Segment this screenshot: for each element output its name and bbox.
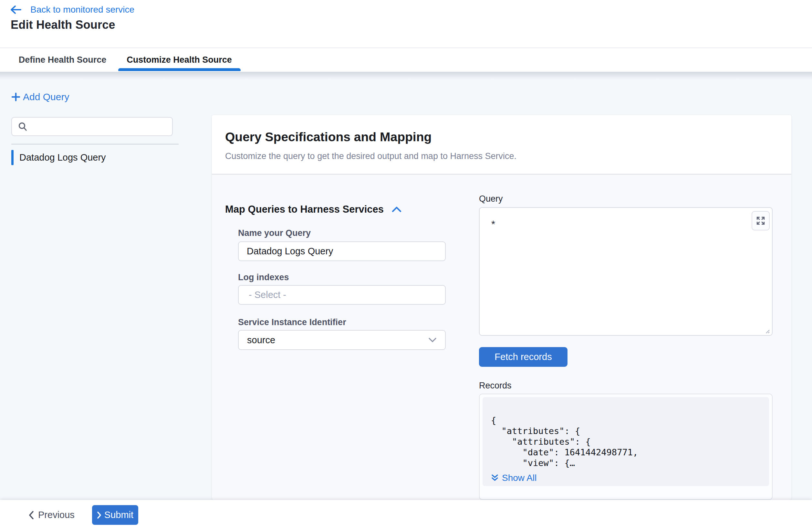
query-textarea[interactable]: *	[479, 207, 773, 336]
expand-icon	[756, 216, 766, 226]
json-line: "attributes": {	[491, 426, 763, 436]
log-indexes-select[interactable]	[238, 285, 446, 305]
query-mapping-card: Query Specifications and Mapping Customi…	[212, 115, 791, 500]
name-your-query-label: Name your Query	[238, 228, 311, 238]
previous-button[interactable]: Previous	[28, 500, 75, 530]
records-label: Records	[479, 381, 512, 391]
records-json-code: { "attributes": { "attributes": { "date"…	[482, 397, 769, 468]
fetch-records-label: Fetch records	[494, 352, 552, 362]
log-indexes-label: Log indexes	[238, 272, 289, 283]
card-header: Query Specifications and Mapping Customi…	[212, 115, 791, 174]
page-footer: Previous Submit	[0, 500, 812, 530]
section-heading-label: Map Queries to Harness Services	[225, 204, 384, 215]
add-query-label: Add Query	[23, 91, 69, 102]
previous-label: Previous	[38, 510, 75, 520]
card-title: Query Specifications and Mapping	[225, 130, 432, 144]
search-input[interactable]	[32, 121, 168, 132]
query-list-item[interactable]: Datadog Logs Query	[11, 150, 106, 165]
textarea-resize-handle[interactable]	[764, 327, 770, 334]
map-queries-section-toggle[interactable]: Map Queries to Harness Services	[225, 204, 402, 215]
query-name-input[interactable]	[238, 241, 446, 261]
json-line: "date": 1641442498771,	[491, 447, 763, 458]
page-title: Edit Health Source	[11, 18, 115, 32]
submit-label: Submit	[104, 510, 133, 520]
chevron-left-icon	[28, 511, 34, 520]
submit-button[interactable]: Submit	[92, 505, 138, 525]
json-line: "view": {…	[491, 458, 763, 468]
search-icon	[17, 121, 28, 132]
add-query-button[interactable]: Add Query	[11, 91, 69, 102]
edit-health-source-page: Back to monitored service Edit Health So…	[0, 0, 812, 530]
page-header: Back to monitored service Edit Health So…	[0, 0, 812, 72]
service-instance-select[interactable]: source	[238, 330, 446, 350]
sidebar-divider	[11, 144, 179, 144]
card-subtitle: Customize the query to get the desired o…	[225, 151, 517, 161]
query-item-label: Datadog Logs Query	[19, 152, 106, 163]
fetch-records-button[interactable]: Fetch records	[479, 347, 567, 367]
back-link[interactable]: Back to monitored service	[10, 4, 134, 15]
back-link-label: Back to monitored service	[30, 4, 134, 15]
selected-indicator-bar	[11, 150, 14, 165]
plus-icon	[11, 92, 21, 102]
arrow-left-icon	[10, 5, 22, 15]
service-instance-identifier-label: Service Instance Identifier	[238, 317, 346, 327]
active-tab-underline	[118, 68, 241, 71]
chevron-right-icon	[97, 511, 101, 519]
chevron-up-icon	[391, 206, 402, 213]
expand-query-button[interactable]	[752, 211, 770, 230]
show-all-label: Show All	[502, 473, 536, 483]
chevron-double-down-icon	[491, 474, 499, 482]
chevron-down-icon	[428, 338, 437, 343]
page-content: Add Query Datadog Logs Query Query Speci…	[0, 72, 812, 500]
show-all-link[interactable]: Show All	[491, 473, 769, 483]
json-line: "attributes": {	[491, 436, 763, 447]
query-label: Query	[479, 194, 503, 204]
records-container: { "attributes": { "attributes": { "date"…	[479, 393, 773, 500]
json-line: {	[491, 415, 763, 426]
records-json-block: { "attributes": { "attributes": { "date"…	[482, 397, 769, 486]
tab-define-health-source[interactable]: Define Health Source	[17, 48, 108, 72]
query-search-box	[11, 117, 173, 136]
service-instance-value: source	[247, 335, 275, 345]
